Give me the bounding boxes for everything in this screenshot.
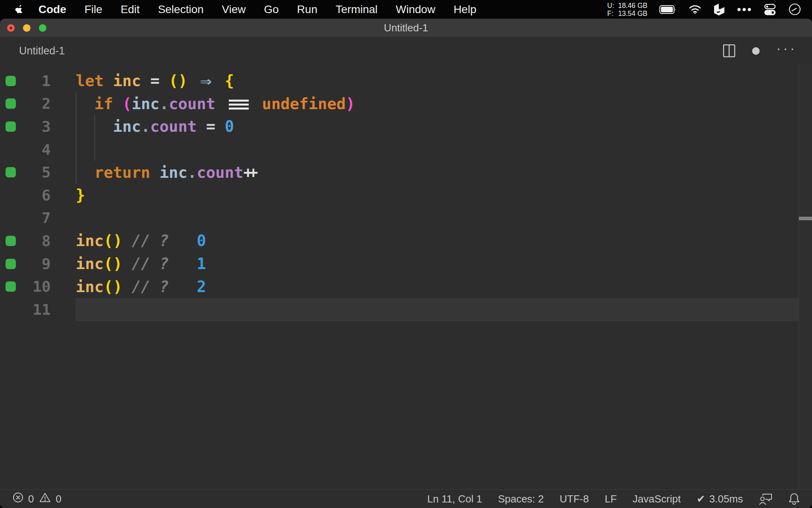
code-text: inc() // ? 1 — [76, 255, 206, 273]
minimize-button[interactable] — [23, 24, 31, 32]
code-text: return inc.count++ — [76, 164, 258, 181]
code-text: } — [76, 186, 85, 204]
indent-guide — [94, 138, 95, 161]
code-editor[interactable]: 1let inc = () ⇒ {2 if (inc.count ≡ undef… — [0, 64, 812, 489]
line-number: 2 — [0, 95, 51, 112]
apple-menu-icon[interactable] — [15, 4, 24, 15]
split-editor-icon[interactable] — [723, 44, 735, 58]
cursor-position[interactable]: Ln 11, Col 1 — [427, 493, 482, 505]
line-number: 6 — [0, 187, 51, 204]
overview-ruler[interactable] — [799, 64, 812, 489]
code-line-2[interactable]: 2 if (inc.count ≡ undefined) — [0, 92, 812, 115]
error-count: 0 — [28, 493, 34, 505]
feedback-icon[interactable] — [759, 493, 772, 505]
battery-icon[interactable] — [659, 5, 677, 14]
code-line-7[interactable]: 7 — [0, 207, 812, 230]
code-text: inc() // ? 2 — [76, 278, 206, 296]
menu-item-help[interactable]: Help — [444, 3, 486, 16]
more-dots-icon[interactable] — [737, 8, 751, 12]
error-icon — [13, 492, 23, 506]
line-number: 10 — [0, 278, 51, 295]
code-area[interactable]: 1let inc = () ⇒ {2 if (inc.count ≡ undef… — [0, 64, 812, 489]
window-titlebar[interactable]: Untitled-1 — [0, 19, 812, 37]
menu-item-edit[interactable]: Edit — [111, 3, 149, 16]
window-title: Untitled-1 — [384, 22, 428, 34]
menu-item-selection[interactable]: Selection — [149, 3, 213, 16]
check-icon: ✔ — [697, 493, 705, 505]
maximize-button[interactable] — [39, 24, 46, 32]
encoding-setting[interactable]: UTF-8 — [560, 493, 589, 505]
menubar: Code FileEditSelectionViewGoRunTerminalW… — [0, 0, 812, 19]
menu-item-file[interactable]: File — [75, 3, 111, 16]
eol-setting[interactable]: LF — [605, 493, 617, 505]
memory-used-value: 18.46 GB — [618, 2, 647, 10]
code-line-3[interactable]: 3 inc.count = 0 — [0, 115, 812, 138]
line-number: 8 — [0, 232, 51, 250]
vscode-window: Untitled-1 Untitled-1 ··· 1let inc = () … — [0, 19, 812, 508]
tab-label[interactable]: Untitled-1 — [19, 45, 65, 57]
quokka-status[interactable]: ✔ 3.05ms — [697, 493, 743, 505]
close-button[interactable] — [7, 24, 15, 32]
warning-count: 0 — [56, 493, 61, 505]
memory-status-widget[interactable]: U: 18.46 GB F: 13.54 GB — [607, 2, 647, 17]
code-text: if (inc.count ≡ undefined) — [76, 95, 355, 113]
indentation-setting[interactable]: Spaces: 2 — [498, 493, 544, 505]
unsaved-changes-dot[interactable] — [752, 47, 760, 55]
memory-free-label: F: — [607, 10, 615, 17]
indent-guide — [76, 138, 77, 161]
menu-item-go[interactable]: Go — [255, 3, 288, 16]
line-number: 11 — [0, 301, 51, 318]
line-number: 7 — [0, 209, 51, 227]
menu-item-code[interactable]: Code — [29, 3, 75, 16]
code-text: inc.count = 0 — [76, 117, 234, 135]
memory-free-value: 13.54 GB — [618, 10, 647, 17]
code-line-4[interactable]: 4 — [0, 138, 812, 161]
code-line-11[interactable]: 11 — [0, 298, 812, 321]
warning-icon — [39, 492, 51, 506]
menu-item-window[interactable]: Window — [387, 3, 444, 16]
code-line-9[interactable]: 9inc() // ? 1 — [0, 252, 812, 275]
code-text: let inc = () ⇒ { — [76, 72, 234, 90]
code-text: inc() // ? 0 — [76, 232, 206, 250]
more-actions-icon[interactable]: ··· — [776, 44, 797, 58]
menu-item-run[interactable]: Run — [288, 3, 326, 16]
editor-header: Untitled-1 ··· — [0, 37, 812, 64]
control-center-icon[interactable] — [763, 4, 777, 15]
statusbar: 0 0 Ln 11, Col 1 Spaces: 2 UTF-8 LF Java… — [0, 489, 812, 508]
line-number: 5 — [0, 164, 51, 181]
line-number: 3 — [0, 118, 51, 135]
line-number: 9 — [0, 255, 51, 273]
line-number: 4 — [0, 141, 51, 158]
clock-icon[interactable] — [789, 3, 801, 15]
problems-indicator[interactable]: 0 0 — [0, 492, 61, 506]
code-line-8[interactable]: 8inc() // ? 0 — [0, 229, 812, 252]
memory-used-label: U: — [607, 2, 615, 10]
notifications-bell-icon[interactable] — [788, 493, 800, 505]
code-line-1[interactable]: 1let inc = () ⇒ { — [0, 69, 812, 92]
code-line-10[interactable]: 10inc() // ? 2 — [0, 275, 812, 298]
menu-item-view[interactable]: View — [213, 3, 255, 16]
language-mode[interactable]: JavaScript — [633, 493, 681, 505]
code-line-5[interactable]: 5 return inc.count++ — [0, 161, 812, 184]
cube-app-icon[interactable] — [713, 3, 725, 16]
quokka-time: 3.05ms — [709, 493, 743, 505]
line-number: 1 — [0, 72, 51, 90]
wifi-icon[interactable] — [689, 5, 701, 14]
menu-item-terminal[interactable]: Terminal — [326, 3, 387, 16]
overview-ruler-cursor-marker — [799, 217, 812, 220]
code-line-6[interactable]: 6} — [0, 184, 812, 207]
